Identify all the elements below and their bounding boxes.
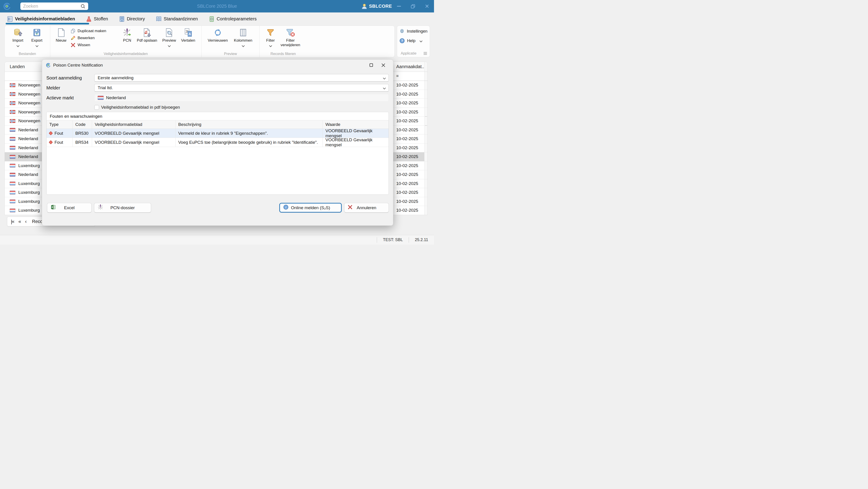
preview-button[interactable]: Preview xyxy=(160,28,179,47)
fast-backward-button[interactable]: « xyxy=(18,219,21,225)
panel-options-icon[interactable] xyxy=(424,52,427,55)
melder-dropdown[interactable]: Trial ltd. xyxy=(94,84,389,92)
dialog-button-bar: X Excel PCN-dossier xyxy=(47,203,389,212)
help-button[interactable]: ? Help xyxy=(399,38,428,44)
column-header-waarde[interactable]: Waarde xyxy=(323,120,389,128)
country-flag-icon xyxy=(10,137,16,141)
vertalen-button[interactable]: 文 A Vertalen xyxy=(179,28,198,43)
creation-date: 10-02-2025 xyxy=(396,136,418,141)
import-button[interactable]: Import xyxy=(8,28,27,47)
pdf-save-icon xyxy=(143,28,151,37)
country-name: Noorwegen xyxy=(18,92,40,97)
user-avatar-icon[interactable] xyxy=(362,3,367,9)
ribbon-group-label: Records filteren xyxy=(260,52,307,56)
column-header-veiligheidsinformatieblad[interactable]: Veiligheidsinformatieblad xyxy=(92,120,176,128)
tab-veiligheidsinformatiebladen[interactable]: Veiligheidsinformatiebladen xyxy=(6,12,76,25)
kolommen-button[interactable]: Kolommen xyxy=(230,28,256,47)
user-name[interactable]: SBLCORE xyxy=(369,4,392,9)
close-icon: ✕ xyxy=(425,3,429,9)
country-flag-icon xyxy=(10,92,16,96)
creation-date: 10-02-2025 xyxy=(396,100,418,106)
tab-label: Directory xyxy=(127,16,145,22)
pcn-dossier-button[interactable]: PCN-dossier xyxy=(94,203,151,212)
country-name: Luxemburg xyxy=(18,181,40,186)
error-sds: VOORBEELD Gevaarlijk mengsel xyxy=(95,140,159,145)
tab-standaardzinnen[interactable]: Standaardzinnen xyxy=(155,12,199,25)
duplicaat-maken-button[interactable]: Duplicaat maken xyxy=(70,29,119,33)
attach-pdf-checkbox[interactable] xyxy=(94,105,99,110)
tab-controleparameters[interactable]: Controleparameters xyxy=(208,12,257,25)
excel-button[interactable]: X Excel xyxy=(47,203,92,212)
pcn-button[interactable]: PCN xyxy=(120,28,134,43)
country-flag-icon xyxy=(10,181,16,185)
app-logo-icon xyxy=(46,63,51,68)
online-melden-button[interactable]: i Online melden (S₂S) xyxy=(279,203,342,212)
soort-aanmelding-dropdown[interactable]: Eerste aanmelding xyxy=(94,74,389,82)
search-input[interactable]: Zoeken xyxy=(23,4,81,9)
error-code: BR534 xyxy=(75,140,88,145)
creation-date: 10-02-2025 xyxy=(396,163,418,168)
instellingen-button[interactable]: Instellingen xyxy=(399,29,428,34)
filter-verwijderen-button[interactable]: Filter verwijderen xyxy=(278,28,303,47)
column-header-type[interactable]: Type xyxy=(46,120,72,128)
errors-body: Fout BR530 VOORBEELD Gevaarlijk mengsel … xyxy=(46,129,389,147)
country-name: Noorwegen xyxy=(18,110,40,115)
search-icon[interactable] xyxy=(81,4,86,9)
column-header-code[interactable]: Code xyxy=(72,120,92,128)
equals-operator-icon[interactable]: = xyxy=(396,74,399,79)
pcn-star-icon xyxy=(97,204,103,211)
country-name: Nederland xyxy=(18,154,38,159)
creation-date: 10-02-2025 xyxy=(396,118,418,123)
filter-remove-icon xyxy=(286,28,295,37)
creation-date: 10-02-2025 xyxy=(396,127,418,133)
soort-aanmelding-label: Soort aanmelding xyxy=(46,76,94,81)
column-header-aanmaakdatum[interactable]: Aanmaakdat... xyxy=(394,62,424,71)
filter-cell-date[interactable]: = xyxy=(394,72,424,81)
version-label: 25.2.11 xyxy=(409,237,434,242)
maximize-icon xyxy=(369,63,373,67)
country-name: Noorwegen xyxy=(18,118,40,123)
search-box[interactable]: Zoeken xyxy=(20,2,88,10)
pdf-opslaan-button[interactable]: Pdf opslaan xyxy=(134,28,160,43)
bewerken-button[interactable]: Bewerken xyxy=(70,35,119,40)
export-button[interactable]: Export xyxy=(27,28,46,47)
error-row[interactable]: Fout BR530 VOORBEELD Gevaarlijk mengsel … xyxy=(46,129,389,138)
error-value: VOORBEELD Gevaarlijk mengsel xyxy=(326,128,389,138)
ribbon-group-veiligheidsinformatiebladen: Nieuw Duplicaat maken Bewerken xyxy=(50,26,201,57)
nieuw-button[interactable]: Nieuw xyxy=(54,28,68,43)
creation-date: 10-02-2025 xyxy=(396,172,418,177)
error-row[interactable]: Fout BR534 VOORBEELD Gevaarlijk mengsel … xyxy=(46,138,389,147)
tab-label: Stoffen xyxy=(94,16,108,22)
title-bar: Zoeken SBLCore 2025 Blue SBLCORE ✕ xyxy=(0,0,434,12)
preview-magnifier-icon xyxy=(165,28,173,37)
pcn-star-icon xyxy=(123,28,132,37)
ribbon-group-label: Veiligheidsinformatiebladen xyxy=(50,52,201,56)
errors-header-row: Type Code Veiligheidsinformatieblad Besc… xyxy=(46,120,389,129)
close-button[interactable]: ✕ xyxy=(420,0,434,12)
annuleren-button[interactable]: Annuleren xyxy=(344,203,389,212)
creation-date: 10-02-2025 xyxy=(396,154,418,159)
maximize-button[interactable] xyxy=(406,0,420,12)
dialog-maximize-button[interactable] xyxy=(365,63,377,67)
dialog-close-button[interactable] xyxy=(377,63,390,67)
previous-record-button[interactable]: ‹ xyxy=(25,219,26,225)
column-header-beschrijving[interactable]: Beschrijving xyxy=(176,120,323,128)
errors-groupbox: Fouten en waarschuwingen Type Code Veili… xyxy=(46,112,389,195)
tab-stoffen[interactable]: Stoffen xyxy=(85,12,109,25)
wissen-button[interactable]: Wissen xyxy=(70,42,119,48)
actieve-markt-field[interactable]: Nederland xyxy=(94,94,389,102)
ribbon-main-panel: Import Export Bestanden xyxy=(4,26,395,57)
minimize-button[interactable] xyxy=(392,0,406,12)
filter-button[interactable]: Filter xyxy=(263,28,278,47)
help-icon: ? xyxy=(399,38,405,44)
building-icon xyxy=(119,16,125,22)
vernieuwen-button[interactable]: Vernieuwen xyxy=(205,28,230,43)
svg-text:i: i xyxy=(285,206,286,209)
actieve-markt-label: Actieve markt xyxy=(46,95,94,100)
tab-directory[interactable]: Directory xyxy=(118,12,146,25)
app-title: SBLCore 2025 Blue xyxy=(197,4,237,9)
first-record-button[interactable]: |« xyxy=(11,219,14,225)
error-value: VOORBEELD Gevaarlijk mengsel xyxy=(326,137,389,147)
chevron-down-icon xyxy=(17,44,20,47)
restore-icon xyxy=(411,4,415,9)
